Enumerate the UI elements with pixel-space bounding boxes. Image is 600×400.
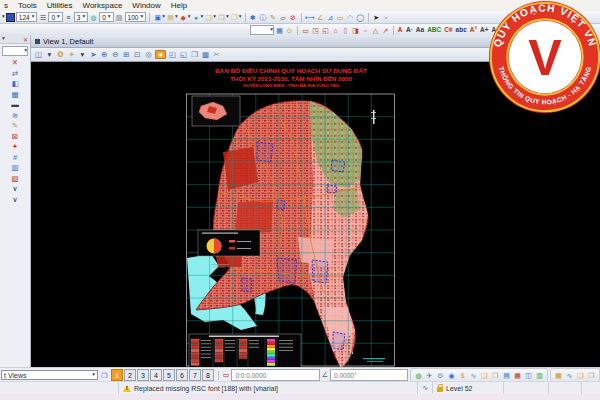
- view-tool-icon[interactable]: ▾: [45, 51, 54, 59]
- shape-tool-icon[interactable]: ▭: [301, 27, 310, 34]
- menu-item[interactable]: Utilities: [47, 1, 73, 10]
- view-tool-icon[interactable]: ➤: [89, 51, 98, 59]
- text-tool-icon[interactable]: A: [397, 27, 403, 34]
- text-tool-icon[interactable]: ABC: [427, 27, 441, 34]
- snap-mode-cell[interactable]: ∿: [417, 382, 432, 394]
- view-toggle-button[interactable]: 3: [137, 369, 149, 381]
- primary-tool-icon[interactable]: ◆: [179, 14, 188, 21]
- primary-tool-icon[interactable]: ❒: [230, 14, 239, 21]
- view-toggle-button[interactable]: 6: [176, 369, 188, 381]
- tasks-combo[interactable]: ▾: [2, 46, 28, 56]
- geographic-tool-icon[interactable]: ❏: [480, 372, 489, 379]
- view-tool-icon[interactable]: ✂: [212, 51, 221, 59]
- view-tool-icon[interactable]: ⊕: [100, 51, 109, 59]
- view-tool-icon[interactable]: ❂: [56, 51, 65, 59]
- geographic-tool-icon[interactable]: ∿: [469, 372, 478, 379]
- geographic-tool-icon[interactable]: ❐: [491, 372, 500, 379]
- text-tool-icon[interactable]: abc: [456, 27, 467, 34]
- color-field[interactable]: 124 ▾: [16, 12, 38, 22]
- view-tool-icon[interactable]: ◱: [179, 51, 188, 59]
- measure-tool-icon[interactable]: ◠: [346, 14, 355, 21]
- task-tool-icon[interactable]: ⊠: [11, 133, 20, 141]
- measure-tool-icon[interactable]: ◯: [356, 14, 365, 21]
- utility-tool-icon[interactable]: ✎: [269, 14, 278, 21]
- utility-tool-icon[interactable]: ⊘: [289, 14, 298, 21]
- accudraw-coord-input[interactable]: 0:0:0.0000: [231, 369, 319, 381]
- task-tool-icon[interactable]: ≋: [11, 112, 20, 120]
- text-tool-icon[interactable]: A°: [470, 27, 477, 34]
- line-weight-icon[interactable]: ≡: [64, 14, 73, 21]
- menu-item[interactable]: Window: [132, 1, 160, 10]
- task-tool-icon[interactable]: ▦: [11, 91, 20, 99]
- shape-tool-icon[interactable]: △: [371, 27, 380, 34]
- chevron-down-icon[interactable]: ▾: [200, 14, 203, 20]
- view-tool-icon[interactable]: ⊞: [122, 51, 131, 59]
- view-tool-icon[interactable]: ▩: [201, 51, 210, 59]
- view-tool-icon[interactable]: ⊖: [111, 51, 120, 59]
- link-tool-icon[interactable]: ∿: [565, 372, 574, 379]
- line-style-icon[interactable]: ☰: [38, 14, 47, 21]
- text-tool-icon[interactable]: A·: [406, 27, 413, 34]
- view-tool-icon[interactable]: ◎: [144, 51, 153, 59]
- geographic-tool-icon[interactable]: ⊙: [436, 372, 445, 379]
- manage-view-groups-icon[interactable]: ❐: [100, 372, 109, 379]
- view-toggle-button[interactable]: 8: [202, 369, 214, 381]
- selection-tool-icon[interactable]: ➤: [372, 14, 381, 21]
- task-tool-icon[interactable]: ▥: [11, 164, 20, 172]
- utility-tool-icon[interactable]: ▱: [279, 14, 288, 21]
- view-tool-icon[interactable]: ☀: [67, 51, 76, 59]
- measure-tool-icon[interactable]: ∠: [316, 14, 325, 21]
- task-tool-icon[interactable]: ✦: [11, 143, 20, 151]
- line-weight-field[interactable]: 3 ▾: [74, 12, 88, 22]
- status-message-area[interactable]: Replaced missing RSC font [188] with [vh…: [118, 382, 417, 394]
- view-toggle-button[interactable]: 5: [163, 369, 175, 381]
- utility-tool-icon[interactable]: ✱: [249, 14, 258, 21]
- shape-tool-icon[interactable]: ⌂: [331, 27, 340, 34]
- view-toggle-button[interactable]: 2: [124, 369, 136, 381]
- primary-tool-icon[interactable]: ❐: [217, 14, 226, 21]
- chevron-down-icon[interactable]: ▾: [239, 14, 242, 20]
- text-tool-icon[interactable]: Aa: [416, 27, 424, 34]
- primary-tool-icon[interactable]: ▣: [153, 14, 162, 21]
- task-tool-icon[interactable]: ∨: [11, 185, 20, 193]
- element-class-field[interactable]: 0 ▾: [99, 12, 113, 22]
- collapse-icon[interactable]: ▾: [2, 36, 5, 42]
- geographic-tool-icon[interactable]: ＄: [458, 372, 467, 379]
- chevron-down-icon[interactable]: ▾: [175, 14, 178, 20]
- accudraw-angle-input[interactable]: 0.0000°: [330, 369, 408, 381]
- active-level-cell[interactable]: Level 52: [432, 382, 503, 394]
- task-tool-icon[interactable]: ◧: [11, 80, 20, 88]
- link-tool-icon[interactable]: ❐: [587, 372, 596, 379]
- fence-tool-icon[interactable]: ▦: [275, 27, 284, 34]
- geographic-tool-icon[interactable]: ◫: [524, 372, 533, 379]
- menu-item[interactable]: Tools: [18, 1, 37, 10]
- geographic-tool-icon[interactable]: ✈: [425, 372, 434, 379]
- shape-tool-icon[interactable]: ◳: [311, 27, 320, 34]
- view-tool-icon[interactable]: ◰: [168, 51, 177, 59]
- view-tool-icon[interactable]: ⊡: [133, 51, 142, 59]
- fence-tool-icon[interactable]: ⊙: [285, 27, 294, 34]
- chevron-down-icon[interactable]: ▾: [213, 14, 216, 20]
- geographic-tool-icon[interactable]: ▤: [502, 372, 511, 379]
- view-tool-icon[interactable]: ❐: [190, 51, 199, 59]
- task-tool-icon[interactable]: ▬: [11, 101, 20, 109]
- geographic-tool-icon[interactable]: ▦: [513, 372, 522, 379]
- measure-tool-icon[interactable]: ⟷: [305, 14, 315, 21]
- task-tool-icon[interactable]: #: [11, 154, 20, 162]
- close-icon[interactable]: ✕: [23, 36, 28, 43]
- transparency-icon[interactable]: ▨: [115, 14, 124, 21]
- task-tool-icon[interactable]: ▧: [11, 175, 20, 183]
- view-toggle-button[interactable]: 7: [189, 369, 201, 381]
- view-group-combo[interactable]: t Views ▾: [1, 370, 98, 380]
- shape-tool-icon[interactable]: ▫: [361, 27, 370, 34]
- shape-tool-icon[interactable]: ◱: [321, 27, 330, 34]
- view-tool-icon[interactable]: ●: [155, 50, 166, 60]
- primary-tool-icon[interactable]: ❏: [204, 14, 213, 21]
- view-toggle-button[interactable]: 4: [150, 369, 162, 381]
- chevron-down-icon[interactable]: ▾: [188, 14, 191, 20]
- primary-tool-icon[interactable]: ▤: [166, 14, 175, 21]
- view-tool-icon[interactable]: ▾: [78, 51, 87, 59]
- menu-item[interactable]: Workspace: [82, 1, 122, 10]
- view-toggle-button[interactable]: 1: [111, 369, 123, 381]
- chevron-down-icon[interactable]: ▾: [226, 14, 229, 20]
